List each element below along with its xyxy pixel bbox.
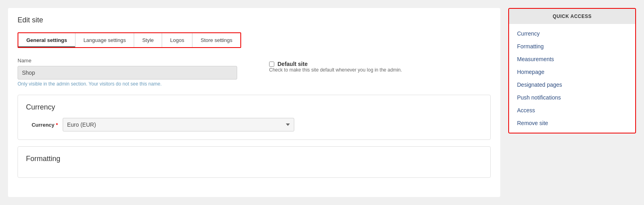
currency-section: Currency Currency * Euro (EUR) US Dollar… [18, 95, 491, 140]
tab-store-settings[interactable]: Store settings [192, 33, 240, 47]
tabs-container: General settings Language settings Style… [18, 32, 241, 48]
name-input[interactable] [18, 66, 237, 80]
quick-access-designated-pages[interactable]: Designated pages [509, 78, 635, 91]
tab-general-settings[interactable]: General settings [18, 33, 75, 47]
currency-field-label: Currency * [26, 122, 58, 128]
quick-access-list: Currency Formatting Measurements Homepag… [509, 24, 635, 133]
tab-language-settings[interactable]: Language settings [75, 33, 134, 47]
quick-access-push-notifications[interactable]: Push notifications [509, 91, 635, 104]
required-indicator: * [56, 122, 58, 128]
name-label: Name [18, 58, 237, 64]
quick-access-access[interactable]: Access [509, 104, 635, 117]
tab-style[interactable]: Style [134, 33, 162, 47]
tab-logos[interactable]: Logos [162, 33, 192, 47]
formatting-section-title: Formatting [26, 155, 482, 163]
sidebar: QUICK ACCESS Currency Formatting Measure… [508, 8, 636, 197]
name-hint: Only visible in the admin section. Your … [18, 81, 237, 87]
quick-access-homepage[interactable]: Homepage [509, 66, 635, 78]
name-section: Name Only visible in the admin section. … [18, 58, 491, 87]
default-site-checkbox[interactable] [269, 62, 274, 67]
default-site-label: Default site [277, 61, 307, 67]
default-site-desc: Check to make this site default whenever… [269, 67, 402, 73]
quick-access-measurements[interactable]: Measurements [509, 53, 635, 66]
quick-access-header: QUICK ACCESS [509, 9, 635, 24]
currency-select[interactable]: Euro (EUR) US Dollar (USD) British Pound… [63, 118, 294, 131]
formatting-section: Formatting [18, 146, 491, 178]
quick-access-currency[interactable]: Currency [509, 27, 635, 40]
quick-access-box: QUICK ACCESS Currency Formatting Measure… [508, 8, 636, 133]
quick-access-remove-site[interactable]: Remove site [509, 117, 635, 129]
page-title: Edit site [18, 16, 491, 24]
quick-access-formatting[interactable]: Formatting [509, 40, 635, 53]
currency-section-title: Currency [26, 103, 482, 111]
